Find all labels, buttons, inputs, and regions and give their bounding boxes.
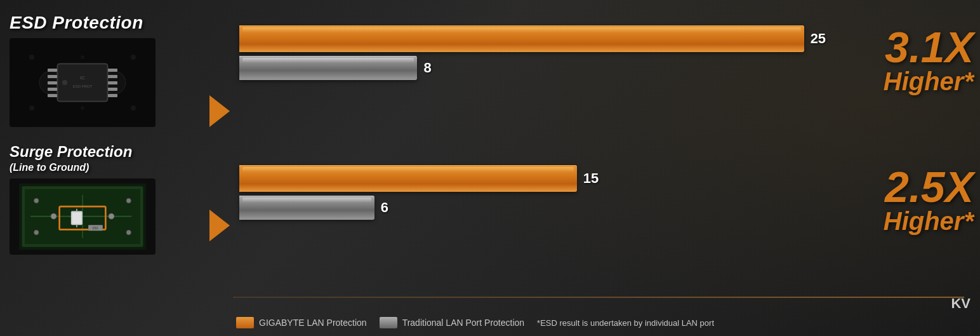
main-container: ESD Protection [0,0,980,336]
svg-text:050: 050 [92,226,98,230]
left-panel: ESD Protection [0,0,209,336]
svg-point-4 [131,105,136,111]
esd-multiplier: 3.1X Higher* [884,25,974,94]
esd-arrow [209,95,230,127]
surge-title: Surge Protection [10,143,200,161]
legend-note: *ESD result is undertaken by individual … [537,318,714,328]
legend-item-orange: GIGABYTE LAN Protection [236,317,367,328]
svg-rect-12 [48,75,57,78]
svg-rect-15 [48,94,57,97]
surge-section: Surge Protection (Line to Ground) [10,143,200,255]
svg-point-36 [51,213,56,219]
svg-rect-11 [48,69,57,72]
chart-area: 25 8 15 6 3.1X Higher* [233,0,980,336]
esd-multiplier-label: Higher* [884,69,974,94]
svg-rect-19 [108,88,117,91]
svg-rect-16 [108,69,117,72]
capacitor-image: 050 [10,178,156,255]
esd-orange-bar [239,25,804,52]
svg-point-38 [34,198,39,203]
legend-label-silver: Traditional LAN Port Protection [402,318,524,328]
chip-svg: IC ESD PROT [19,44,146,121]
esd-multiplier-value: 3.1X [884,25,974,69]
chip-image: IC ESD PROT [10,38,156,127]
svg-rect-13 [48,81,57,84]
svg-point-6 [81,106,84,110]
svg-text:ESD PROT: ESD PROT [73,84,93,88]
esd-arrow-wrapper [209,95,230,127]
surge-orange-bar [239,165,577,192]
legend: GIGABYTE LAN Protection Traditional LAN … [236,317,714,328]
svg-rect-31 [72,212,82,224]
legend-label-orange: GIGABYTE LAN Protection [259,318,367,328]
legend-color-orange [236,317,254,328]
svg-point-41 [126,230,131,234]
svg-rect-18 [108,81,117,84]
surge-arrow [209,210,230,241]
svg-point-3 [29,105,34,111]
surge-orange-label: 15 [583,170,599,187]
surge-bar-group: 15 6 [239,165,853,224]
legend-item-silver: Traditional LAN Port Protection [380,317,524,328]
svg-text:IC: IC [80,75,85,81]
svg-point-21 [62,80,67,85]
svg-rect-20 [108,94,117,97]
surge-multiplier: 2.5X Higher* [884,165,974,234]
esd-bar-group: 25 8 [239,25,853,84]
arrow-column [209,0,233,336]
svg-point-37 [109,213,114,219]
capacitor-svg: 050 [19,178,146,255]
svg-point-39 [126,198,131,203]
esd-title: ESD Protection [10,13,200,33]
surge-multiplier-value: 2.5X [884,165,974,208]
svg-point-40 [34,230,39,234]
surge-silver-bar-row: 6 [239,196,853,220]
esd-section: ESD Protection [10,13,200,127]
surge-silver-bar [239,196,374,220]
surge-multiplier-label: Higher* [884,208,974,234]
surge-subtitle: (Line to Ground) [10,162,200,173]
surge-orange-bar-row: 15 [239,165,853,192]
surge-silver-label: 6 [381,199,388,216]
svg-point-5 [81,55,84,59]
esd-silver-bar [239,56,417,80]
svg-point-1 [29,55,34,60]
surge-arrow-wrapper [209,210,230,241]
esd-orange-bar-row: 25 [239,25,853,52]
esd-silver-label: 8 [423,60,431,76]
kv-label: KV [951,295,970,312]
svg-rect-14 [48,88,57,91]
esd-silver-bar-row: 8 [239,56,853,80]
svg-point-2 [131,55,136,60]
legend-color-silver [380,317,397,328]
esd-orange-label: 25 [811,30,826,47]
axis-line [233,297,964,298]
svg-rect-17 [108,75,117,78]
